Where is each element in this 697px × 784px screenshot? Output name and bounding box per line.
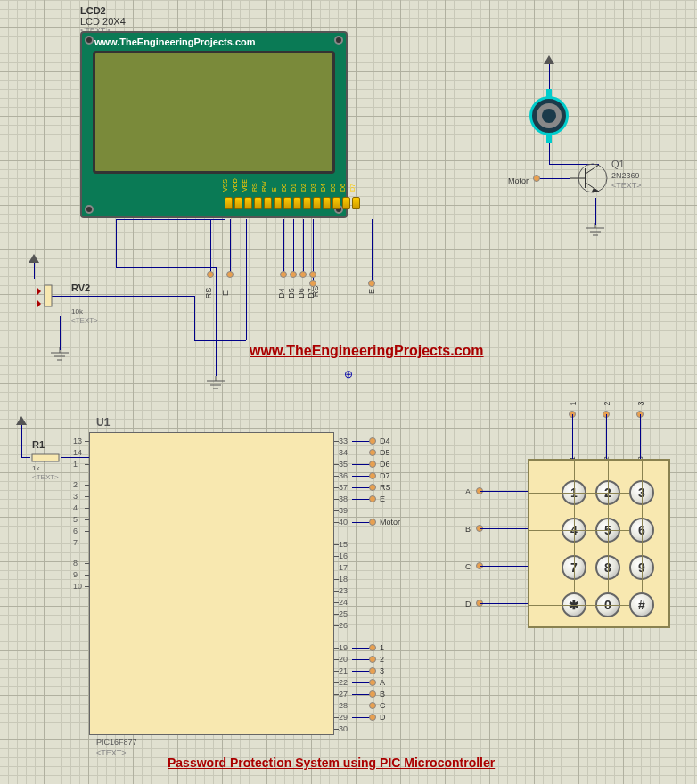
terminal: [369, 714, 376, 721]
svg-rect-0: [45, 285, 52, 306]
lcd-pin-label: D7: [349, 184, 356, 192]
wire: [21, 425, 22, 457]
pot-ref: RV2: [71, 282, 90, 293]
transistor-symbol[interactable]: [570, 156, 615, 200]
terminal: [369, 690, 376, 698]
lcd-pin-label: D0: [281, 184, 287, 192]
pin-number: 38: [339, 494, 348, 503]
net-label: E: [221, 290, 230, 296]
wire: [313, 219, 314, 273]
pin-number: 5: [73, 515, 78, 524]
wire: [216, 267, 217, 376]
pin-number: 35: [339, 460, 348, 469]
net-label: D4: [380, 437, 390, 445]
vcc-arrow-icon: [544, 55, 554, 64]
pin-number: 27: [339, 690, 348, 698]
wire: [194, 296, 195, 340]
lcd-pin-label: D5: [330, 184, 336, 192]
net-label: D6: [297, 288, 306, 298]
pin-number: 29: [339, 713, 348, 722]
pin-number: 34: [339, 448, 348, 457]
net-label: B: [380, 690, 385, 698]
terminal: [369, 667, 376, 674]
pin-number: 14: [73, 448, 82, 457]
mcu-ref: U1: [96, 416, 110, 429]
pin-number: 6: [73, 527, 78, 535]
net-label: A: [380, 678, 385, 687]
terminal: [226, 271, 234, 278]
pin-number: 36: [339, 471, 348, 480]
wire: [116, 219, 225, 220]
wire: [293, 219, 294, 273]
r1-text-ph: <TEXT>: [32, 473, 59, 481]
terminal: [369, 679, 376, 686]
svg-line-5: [586, 165, 599, 174]
lcd-component[interactable]: www.TheEngineeringProjects.com VSSVDDVEE…: [80, 31, 348, 218]
lcd-pin-label: VEE: [242, 179, 248, 192]
lcd-pin: [254, 197, 262, 209]
resistor-r1[interactable]: [29, 452, 62, 468]
trans-text-ph: <TEXT>: [611, 181, 642, 190]
terminal: [369, 656, 376, 663]
net-label: D6: [380, 460, 390, 469]
net-label: E: [367, 289, 376, 294]
terminal: [309, 271, 316, 278]
lcd-pin: [283, 197, 291, 209]
pot-text-ph: <TEXT>: [71, 316, 98, 324]
net-label: C: [380, 701, 386, 710]
keypad[interactable]: 123456789✱0#: [528, 459, 670, 628]
lcd-pin: [225, 197, 233, 209]
keypad-row-label: D: [465, 600, 472, 608]
mcu-part: PIC16F877: [96, 738, 137, 747]
pin-number: 26: [339, 621, 348, 630]
pin-number: 16: [339, 551, 348, 560]
terminal: [290, 271, 297, 278]
terminal: [369, 495, 376, 502]
pin-number: 28: [339, 701, 348, 710]
wire: [116, 219, 117, 267]
keypad-row-label: B: [465, 525, 471, 534]
diagram-title: Password Protection System using PIC Mic…: [168, 755, 495, 770]
terminal: [369, 472, 376, 479]
wire: [480, 528, 528, 529]
net-label: RS: [204, 288, 213, 299]
lcd-pin-label: VDD: [232, 178, 238, 192]
net-label: 1: [380, 643, 384, 652]
net-label: D7: [307, 288, 316, 298]
pin-number: 7: [73, 538, 78, 547]
lcd-pin: [332, 197, 340, 209]
wire: [480, 566, 528, 567]
keypad-col-label: 3: [636, 401, 645, 405]
mcu-component[interactable]: [89, 432, 334, 735]
pin-number: 3: [73, 492, 78, 501]
keypad-key-#[interactable]: #: [629, 592, 654, 617]
mcu-text-ph: <TEXT>: [96, 748, 127, 757]
ground-icon: [585, 223, 606, 239]
motor[interactable]: [529, 96, 569, 135]
wire: [116, 267, 216, 268]
wire: [480, 603, 528, 604]
vcc-arrow-icon: [29, 254, 39, 263]
wire: [606, 414, 607, 459]
wire: [537, 178, 570, 179]
wire: [60, 316, 61, 350]
net-label: D5: [287, 288, 296, 298]
lcd-pin-label: D1: [291, 184, 297, 192]
pin-number: 18: [339, 575, 348, 584]
wire: [480, 491, 528, 492]
url-watermark: www.TheEngineeringProjects.com: [250, 343, 484, 359]
terminal: [207, 271, 214, 278]
pin-number: 4: [73, 503, 78, 512]
pin-number: 39: [339, 506, 348, 515]
pin-number: 37: [339, 483, 348, 492]
keypad-col-label: 2: [603, 401, 611, 405]
ground-icon: [205, 376, 226, 392]
lcd-pin-label: D3: [310, 184, 316, 192]
wire: [595, 198, 596, 225]
terminal: [369, 449, 376, 456]
pin-number: 33: [339, 437, 348, 445]
terminal: [369, 461, 376, 468]
potentiometer[interactable]: [36, 281, 62, 320]
wire: [283, 219, 284, 273]
pin-number: 10: [73, 582, 82, 591]
